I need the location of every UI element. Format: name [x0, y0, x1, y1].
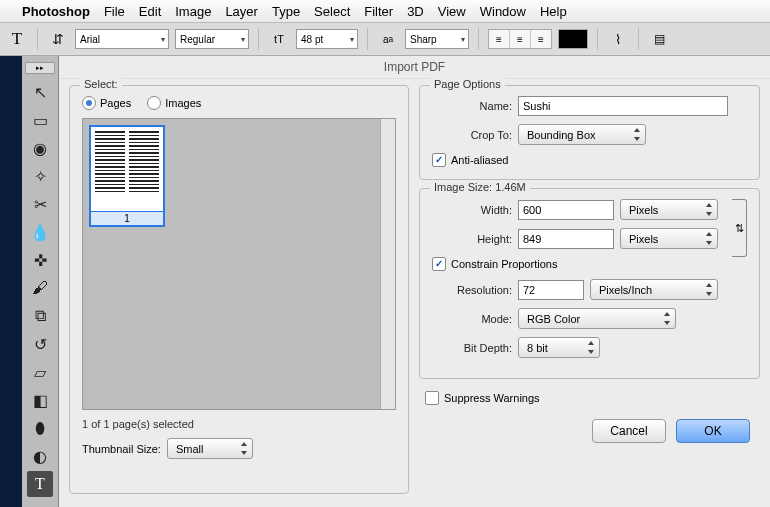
page-thumbnail-list[interactable]: 1 — [82, 118, 396, 410]
font-size-value: 48 pt — [301, 34, 323, 45]
wand-tool-icon[interactable]: ✧ — [27, 163, 53, 189]
width-input[interactable] — [518, 200, 614, 220]
character-panel-icon[interactable]: ▤ — [648, 28, 670, 50]
app-name[interactable]: Photoshop — [22, 4, 90, 19]
height-unit-select[interactable]: Pixels — [620, 228, 718, 249]
constrain-checkbox[interactable]: Constrain Proportions — [432, 257, 747, 271]
align-center-button[interactable]: ≡ — [510, 30, 531, 48]
font-family-value: Arial — [80, 34, 100, 45]
height-unit-value: Pixels — [629, 233, 658, 245]
macos-menubar: Photoshop File Edit Image Layer Type Sel… — [0, 0, 770, 23]
thumbnail-size-label: Thumbnail Size: — [82, 443, 161, 455]
stamp-tool-icon[interactable]: ⧉ — [27, 303, 53, 329]
type-tool-icon[interactable]: T — [27, 471, 53, 497]
crop-to-label: Crop To: — [432, 129, 512, 141]
brush-tool-icon[interactable]: 🖌 — [27, 275, 53, 301]
resolution-input[interactable] — [518, 280, 584, 300]
main-area: ▸▸ ↖ ▭ ◉ ✧ ✂ 💧 ✜ 🖌 ⧉ ↺ ▱ ◧ ⬮ ◐ T Import … — [0, 56, 770, 507]
resolution-unit-select[interactable]: Pixels/Inch — [590, 279, 718, 300]
resolution-label: Resolution: — [432, 284, 512, 296]
width-unit-select[interactable]: Pixels — [620, 199, 718, 220]
heal-tool-icon[interactable]: ✜ — [27, 247, 53, 273]
page-thumb-label: 1 — [91, 211, 163, 225]
crop-to-select[interactable]: Bounding Box — [518, 124, 646, 145]
anti-alias-select[interactable]: Sharp — [405, 29, 469, 49]
resolution-unit-value: Pixels/Inch — [599, 284, 652, 296]
text-color-swatch[interactable] — [558, 29, 588, 49]
bit-depth-select[interactable]: 8 bit — [518, 337, 600, 358]
pages-radio-label: Pages — [100, 97, 131, 109]
font-size-icon: tT — [268, 28, 290, 50]
crop-to-value: Bounding Box — [527, 129, 596, 141]
tools-collapse-icon[interactable]: ▸▸ — [25, 62, 55, 74]
text-orientation-icon[interactable]: ⇵ — [47, 28, 69, 50]
align-right-button[interactable]: ≡ — [531, 30, 551, 48]
bit-depth-value: 8 bit — [527, 342, 548, 354]
font-family-select[interactable]: Arial — [75, 29, 169, 49]
pages-radio[interactable]: Pages — [82, 96, 131, 110]
mode-value: RGB Color — [527, 313, 580, 325]
dialog-title: Import PDF — [59, 56, 770, 79]
images-radio-label: Images — [165, 97, 201, 109]
font-size-select[interactable]: 48 pt — [296, 29, 358, 49]
select-legend: Select: — [80, 78, 122, 90]
suppress-warnings-checkbox[interactable]: Suppress Warnings — [425, 391, 760, 405]
document-edge — [0, 56, 22, 507]
history-brush-tool-icon[interactable]: ↺ — [27, 331, 53, 357]
eyedropper-tool-icon[interactable]: 💧 — [27, 219, 53, 245]
thumbnail-scrollbar[interactable] — [380, 119, 395, 409]
mode-select[interactable]: RGB Color — [518, 308, 676, 329]
width-unit-value: Pixels — [629, 204, 658, 216]
menu-filter[interactable]: Filter — [364, 4, 393, 19]
menu-edit[interactable]: Edit — [139, 4, 161, 19]
width-label: Width: — [432, 204, 512, 216]
menu-type[interactable]: Type — [272, 4, 300, 19]
lasso-tool-icon[interactable]: ◉ — [27, 135, 53, 161]
cancel-button-label: Cancel — [610, 424, 647, 438]
ok-button-label: OK — [704, 424, 721, 438]
import-pdf-dialog: Import PDF Select: Pages Images — [59, 56, 770, 507]
name-label: Name: — [432, 100, 512, 112]
mode-label: Mode: — [432, 313, 512, 325]
eraser-tool-icon[interactable]: ▱ — [27, 359, 53, 385]
text-align-group: ≡ ≡ ≡ — [488, 29, 552, 49]
selection-status: 1 of 1 page(s) selected — [82, 418, 396, 430]
menu-3d[interactable]: 3D — [407, 4, 424, 19]
menu-view[interactable]: View — [438, 4, 466, 19]
move-tool-icon[interactable]: ↖ — [27, 79, 53, 105]
menu-select[interactable]: Select — [314, 4, 350, 19]
height-label: Height: — [432, 233, 512, 245]
images-radio[interactable]: Images — [147, 96, 201, 110]
menu-file[interactable]: File — [104, 4, 125, 19]
bit-depth-label: Bit Depth: — [432, 342, 512, 354]
gradient-tool-icon[interactable]: ◧ — [27, 387, 53, 413]
type-tool-preset-icon[interactable]: T — [6, 28, 28, 50]
cancel-button[interactable]: Cancel — [592, 419, 666, 443]
tools-panel: ▸▸ ↖ ▭ ◉ ✧ ✂ 💧 ✜ 🖌 ⧉ ↺ ▱ ◧ ⬮ ◐ T — [22, 56, 59, 507]
anti-alias-value: Sharp — [410, 34, 437, 45]
height-input[interactable] — [518, 229, 614, 249]
menu-layer[interactable]: Layer — [225, 4, 258, 19]
name-input[interactable] — [518, 96, 728, 116]
align-left-button[interactable]: ≡ — [489, 30, 510, 48]
link-dimensions-icon[interactable]: ⇅ — [732, 199, 747, 257]
menu-image[interactable]: Image — [175, 4, 211, 19]
thumbnail-size-value: Small — [176, 443, 204, 455]
anti-alias-icon: aa — [377, 28, 399, 50]
thumbnail-size-select[interactable]: Small — [167, 438, 253, 459]
anti-aliased-checkbox[interactable]: Anti-aliased — [432, 153, 747, 167]
constrain-label: Constrain Proportions — [451, 258, 557, 270]
font-weight-value: Regular — [180, 34, 215, 45]
marquee-tool-icon[interactable]: ▭ — [27, 107, 53, 133]
ok-button[interactable]: OK — [676, 419, 750, 443]
font-weight-select[interactable]: Regular — [175, 29, 249, 49]
crop-tool-icon[interactable]: ✂ — [27, 191, 53, 217]
page-thumbnail-1[interactable]: 1 — [89, 125, 165, 227]
menu-window[interactable]: Window — [480, 4, 526, 19]
blur-tool-icon[interactable]: ⬮ — [27, 415, 53, 441]
image-size-legend: Image Size: 1.46M — [430, 181, 530, 193]
warp-text-icon[interactable]: ⌇ — [607, 28, 629, 50]
anti-aliased-label: Anti-aliased — [451, 154, 508, 166]
dodge-tool-icon[interactable]: ◐ — [27, 443, 53, 469]
menu-help[interactable]: Help — [540, 4, 567, 19]
